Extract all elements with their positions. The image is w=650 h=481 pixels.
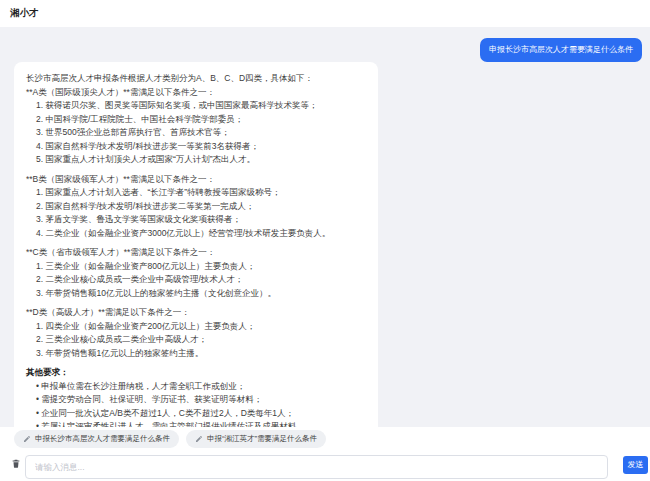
- assistant-message-line: 3. 年带货销售额1亿元以上的独家签约主播。: [26, 347, 366, 361]
- assistant-message-line: 1. 四类企业（如金融企业资产200亿元以上）主要负责人；: [26, 320, 366, 334]
- assistant-message-line: 5. 国家重点人才计划顶尖人才或国家“万人计划”杰出人才。: [26, 153, 366, 167]
- app-title: 湘小才: [10, 7, 39, 20]
- assistant-message-line: 2. 二类企业核心成员或一类企业中高级管理/技术人才；: [26, 273, 366, 287]
- user-message-bubble: 申报长沙市高层次人才需要满足什么条件: [480, 38, 642, 62]
- assistant-message-line: 1. 三类企业（如金融企业资产800亿元以上）主要负责人；: [26, 260, 366, 274]
- assistant-message-line: 3. 世界500强企业总部首席执行官、首席技术官等；: [26, 126, 366, 140]
- chat-area: 申报长沙市高层次人才需要满足什么条件 长沙市高层次人才申报条件根据人才类别分为A…: [0, 27, 650, 427]
- assistant-message: 长沙市高层次人才申报条件根据人才类别分为A、B、C、D四类，具体如下：**A类（…: [14, 62, 378, 427]
- assistant-message-line: 3. 年带货销售额10亿元以上的独家签约主播（文化创意企业）。: [26, 287, 366, 301]
- assistant-message-line: 其他要求：: [26, 366, 366, 380]
- assistant-message-line: **A类（国际级顶尖人才）**需满足以下条件之一：: [26, 86, 366, 100]
- assistant-message-line: 2. 三类企业核心成员或二类企业中高级人才；: [26, 333, 366, 347]
- suggestion-chips: 申报长沙市高层次人才需要满足什么条件 申报“湘江英才”需要满足什么条件: [14, 430, 326, 448]
- message-input[interactable]: [25, 455, 608, 479]
- suggestion-chip[interactable]: 申报“湘江英才”需要满足什么条件: [186, 430, 326, 448]
- assistant-message-line: 长沙市高层次人才申报条件根据人才类别分为A、B、C、D四类，具体如下：: [26, 72, 366, 86]
- composer-bar: 申报长沙市高层次人才需要满足什么条件 申报“湘江英才”需要满足什么条件 发送: [0, 427, 650, 481]
- app-header: 湘小才: [0, 0, 650, 27]
- assistant-message-line: 4. 二类企业（如金融企业资产3000亿元以上）经营管理/技术研发主要负责人。: [26, 227, 366, 241]
- assistant-message-line: 2. 中国科学院/工程院院士、中国社会科学院学部委员；: [26, 113, 366, 127]
- trash-icon: [11, 458, 21, 469]
- clear-chat-button[interactable]: [9, 457, 22, 471]
- assistant-message-line: **D类（高级人才）**需满足以下条件之一：: [26, 306, 366, 320]
- send-button[interactable]: 发送: [623, 456, 648, 474]
- pencil-icon: [23, 435, 31, 443]
- assistant-message-line: **C类（省市级领军人才）**需满足以下条件之一：: [26, 246, 366, 260]
- suggestion-chip[interactable]: 申报长沙市高层次人才需要满足什么条件: [14, 430, 179, 448]
- assistant-message-line: • 若属认定评审柔性引进人才，需向主管部门提供业绩佐证及成果材料: [26, 420, 366, 427]
- suggestion-chip-label: 申报“湘江英才”需要满足什么条件: [207, 434, 317, 444]
- assistant-message-line: • 需提交劳动合同、社保证明、学历证书、获奖证明等材料；: [26, 393, 366, 407]
- assistant-message-line: 1. 国家重点人才计划入选者、“长江学者”特聘教授等国家级称号；: [26, 186, 366, 200]
- chat-app: 湘小才 申报长沙市高层次人才需要满足什么条件 长沙市高层次人才申报条件根据人才类…: [0, 0, 650, 481]
- assistant-message-line: • 申报单位需在长沙注册纳税，人才需全职工作或创业；: [26, 380, 366, 394]
- assistant-message-line: 2. 国家自然科学/技术发明/科技进步奖二等奖第一完成人；: [26, 200, 366, 214]
- assistant-message-line: 1. 获得诺贝尔奖、图灵奖等国际知名奖项，或中国国家最高科学技术奖等；: [26, 99, 366, 113]
- assistant-message-line: 3. 茅盾文学奖、鲁迅文学奖等国家级文化奖项获得者；: [26, 213, 366, 227]
- assistant-message-line: **B类（国家级领军人才）**需满足以下条件之一：: [26, 173, 366, 187]
- pencil-icon: [195, 435, 203, 443]
- assistant-message-line: • 企业同一批次认定A/B类不超过1人，C类不超过2人，D类每年1人；: [26, 407, 366, 421]
- assistant-message-body: 长沙市高层次人才申报条件根据人才类别分为A、B、C、D四类，具体如下：**A类（…: [26, 72, 366, 427]
- suggestion-chip-label: 申报长沙市高层次人才需要满足什么条件: [35, 434, 170, 444]
- assistant-message-line: 4. 国家自然科学/技术发明/科技进步奖一等奖前3名获得者；: [26, 140, 366, 154]
